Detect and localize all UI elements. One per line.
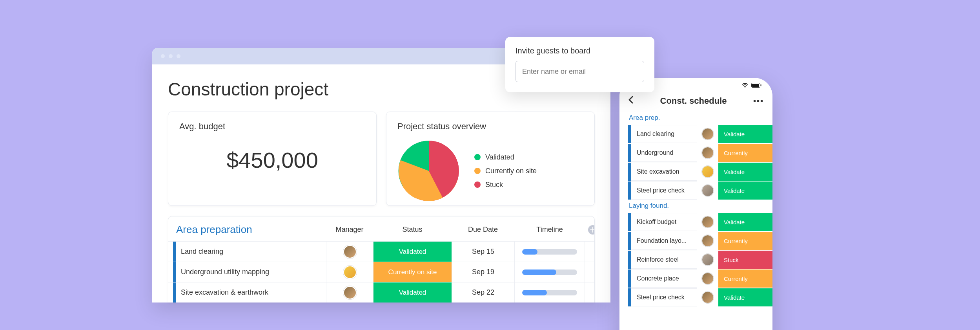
phone-task-row[interactable]: Underground Currently bbox=[619, 144, 772, 162]
avatar[interactable] bbox=[702, 254, 714, 266]
due-date-cell[interactable]: Sep 22 bbox=[452, 282, 514, 302]
row-color-bar bbox=[173, 282, 176, 302]
task-name[interactable]: Steel price check bbox=[631, 288, 697, 306]
avatar[interactable] bbox=[702, 292, 714, 303]
avatar[interactable] bbox=[702, 166, 714, 178]
phone-task-row[interactable]: Steel price check Validate bbox=[619, 288, 772, 306]
task-name[interactable]: Site excavation bbox=[631, 163, 697, 181]
invite-title: Invite guests to board bbox=[516, 46, 644, 55]
column-header-due[interactable]: Due Date bbox=[452, 226, 514, 234]
row-color-bar bbox=[628, 213, 631, 231]
timeline-cell[interactable] bbox=[514, 242, 585, 262]
window-dot-icon bbox=[169, 54, 173, 58]
task-table: Area preparation Manager Status Due Date… bbox=[168, 216, 595, 302]
task-name[interactable]: Steel price check bbox=[631, 182, 697, 200]
row-color-bar bbox=[628, 270, 631, 288]
table-row[interactable]: Land clearing Validated Sep 15 bbox=[168, 241, 594, 262]
column-header-timeline[interactable]: Timeline bbox=[514, 226, 585, 234]
table-row[interactable]: Underground utility mapping Currently on… bbox=[168, 262, 594, 282]
status-cell[interactable]: Validate bbox=[718, 182, 772, 200]
legend-label: Currently on site bbox=[485, 167, 537, 175]
table-row[interactable]: Site excavation & earthwork Validated Se… bbox=[168, 282, 594, 302]
row-color-bar bbox=[628, 232, 631, 250]
task-name[interactable]: Reinforce steel bbox=[631, 251, 697, 269]
svg-point-1 bbox=[745, 87, 745, 88]
phone-header: Const. schedule ••• bbox=[619, 94, 772, 112]
task-name[interactable]: Kickoff budget bbox=[631, 213, 697, 231]
budget-card: Avg. budget $450,000 bbox=[168, 112, 377, 206]
avatar[interactable] bbox=[702, 185, 714, 196]
task-name[interactable]: Foundation layo... bbox=[631, 232, 697, 250]
phone-section-title[interactable]: Laying found. bbox=[619, 200, 772, 213]
timeline-cell[interactable] bbox=[514, 262, 585, 282]
task-name[interactable]: Land clearing bbox=[181, 248, 223, 256]
pie-legend: Validated Currently on site Stuck bbox=[474, 153, 537, 189]
avatar[interactable] bbox=[343, 266, 357, 279]
avatar[interactable] bbox=[702, 147, 714, 159]
add-column-button[interactable] bbox=[588, 225, 595, 235]
task-name[interactable]: Underground utility mapping bbox=[181, 268, 269, 276]
status-cell[interactable]: Currently bbox=[718, 144, 772, 162]
status-cell[interactable]: Validate bbox=[718, 125, 772, 143]
status-cell[interactable]: Validate bbox=[718, 163, 772, 181]
due-date-cell[interactable]: Sep 19 bbox=[452, 262, 514, 282]
avatar[interactable] bbox=[702, 235, 714, 247]
row-color-bar bbox=[628, 182, 631, 200]
row-color-bar bbox=[628, 163, 631, 181]
status-cell[interactable]: Validate bbox=[718, 288, 772, 306]
invite-input[interactable] bbox=[516, 61, 644, 82]
legend-item: Currently on site bbox=[474, 167, 537, 175]
avatar[interactable] bbox=[702, 216, 714, 228]
status-cell[interactable]: Stuck bbox=[718, 251, 772, 269]
avatar[interactable] bbox=[702, 128, 714, 140]
row-color-bar bbox=[628, 288, 631, 306]
svg-rect-3 bbox=[752, 84, 759, 87]
status-cell[interactable]: Validate bbox=[718, 213, 772, 231]
status-cell[interactable]: Validated bbox=[373, 242, 452, 262]
legend-item: Stuck bbox=[474, 181, 537, 189]
back-icon[interactable] bbox=[628, 96, 634, 106]
task-name[interactable]: Concrete place bbox=[631, 270, 697, 288]
svg-rect-4 bbox=[761, 84, 761, 86]
phone-task-row[interactable]: Steel price check Validate bbox=[619, 182, 772, 200]
column-header-status[interactable]: Status bbox=[373, 226, 452, 234]
phone-task-row[interactable]: Kickoff budget Validate bbox=[619, 213, 772, 231]
row-color-bar bbox=[173, 242, 176, 262]
battery-icon bbox=[751, 82, 761, 89]
task-name[interactable]: Land clearing bbox=[631, 125, 697, 143]
budget-value: $450,000 bbox=[179, 147, 365, 173]
phone-mockup: Const. schedule ••• Area prep. Land clea… bbox=[619, 78, 772, 330]
phone-task-row[interactable]: Foundation layo... Currently bbox=[619, 232, 772, 250]
row-color-bar bbox=[628, 125, 631, 143]
legend-dot-icon bbox=[474, 168, 481, 174]
status-card: Project status overview bbox=[386, 112, 595, 206]
wifi-icon bbox=[742, 82, 748, 89]
row-color-bar bbox=[628, 251, 631, 269]
phone-task-row[interactable]: Site excavation Validate bbox=[619, 163, 772, 181]
avatar[interactable] bbox=[343, 286, 357, 299]
phone-task-row[interactable]: Concrete place Currently bbox=[619, 270, 772, 288]
table-header-row: Area preparation Manager Status Due Date… bbox=[168, 224, 594, 241]
legend-item: Validated bbox=[474, 153, 537, 161]
timeline-cell[interactable] bbox=[514, 282, 585, 302]
phone-section-title[interactable]: Area prep. bbox=[619, 112, 772, 125]
task-name[interactable]: Underground bbox=[631, 144, 697, 162]
legend-label: Stuck bbox=[485, 181, 503, 189]
column-header-manager[interactable]: Manager bbox=[326, 226, 373, 234]
status-card-title: Project status overview bbox=[397, 121, 583, 132]
invite-popover: Invite guests to board bbox=[505, 37, 654, 92]
table-section-title[interactable]: Area preparation bbox=[173, 224, 326, 236]
due-date-cell[interactable]: Sep 15 bbox=[452, 242, 514, 262]
status-cell[interactable]: Currently on site bbox=[373, 262, 452, 282]
status-cell[interactable]: Currently bbox=[718, 232, 772, 250]
status-cell[interactable]: Validated bbox=[373, 282, 452, 302]
more-icon[interactable]: ••• bbox=[753, 97, 764, 106]
row-color-bar bbox=[173, 262, 176, 282]
phone-task-row[interactable]: Reinforce steel Stuck bbox=[619, 251, 772, 269]
avatar[interactable] bbox=[343, 245, 357, 258]
status-cell[interactable]: Currently bbox=[718, 270, 772, 288]
avatar[interactable] bbox=[702, 273, 714, 284]
task-name[interactable]: Site excavation & earthwork bbox=[181, 288, 268, 297]
phone-task-row[interactable]: Land clearing Validate bbox=[619, 125, 772, 143]
legend-dot-icon bbox=[474, 182, 481, 188]
